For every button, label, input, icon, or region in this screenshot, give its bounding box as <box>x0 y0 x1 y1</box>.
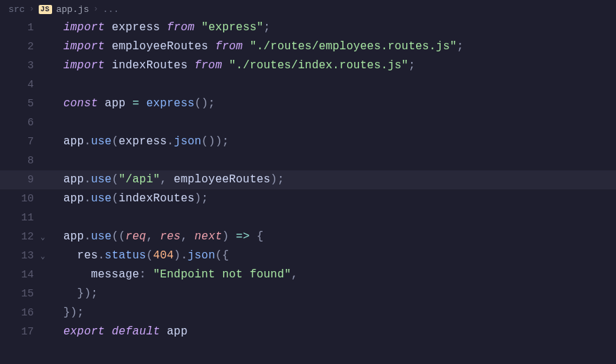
code-line-current: 9 app.use("/api", employeeRoutes); <box>0 170 616 189</box>
js-file-icon: JS <box>39 5 52 14</box>
chevron-right-icon: › <box>93 4 98 14</box>
code-line: 15 }); <box>0 284 616 303</box>
line-number: 17 <box>0 322 44 341</box>
line-number: 5 <box>0 94 44 113</box>
code-editor[interactable]: 1 import express from "express"; 2 impor… <box>0 18 616 341</box>
line-number: 8 <box>0 151 44 170</box>
code-line: 6 <box>0 113 616 132</box>
code-line: 8 <box>0 151 616 170</box>
code-line: 7 app.use(express.json()); <box>0 132 616 151</box>
breadcrumb: src › JS app.js › ... <box>0 0 616 18</box>
line-number: 9 <box>0 170 44 189</box>
code-line: 12⌄ app.use((req, res, next) => { <box>0 227 616 246</box>
fold-icon[interactable]: ⌄ <box>40 227 45 246</box>
code-line: 14 message: "Endpoint not found", <box>0 265 616 284</box>
line-number: 1 <box>0 18 44 37</box>
code-line: 1 import express from "express"; <box>0 18 616 37</box>
line-number: 7 <box>0 132 44 151</box>
code-line: 13⌄ res.status(404).json({ <box>0 246 616 265</box>
code-line: 10 app.use(indexRoutes); <box>0 189 616 208</box>
fold-icon[interactable]: ⌄ <box>40 246 45 265</box>
code-line: 2 import employeeRoutes from "./routes/e… <box>0 37 616 56</box>
line-number: 12⌄ <box>0 227 44 246</box>
breadcrumb-file[interactable]: app.js <box>56 4 89 15</box>
code-line: 3 import indexRoutes from "./routes/inde… <box>0 56 616 75</box>
breadcrumb-more[interactable]: ... <box>103 4 119 15</box>
line-number: 15 <box>0 284 44 303</box>
line-number: 13⌄ <box>0 246 44 265</box>
code-line: 17 export default app <box>0 322 616 341</box>
line-number: 16 <box>0 303 44 322</box>
line-number: 11 <box>0 208 44 227</box>
breadcrumb-folder[interactable]: src <box>8 4 25 15</box>
code-line: 16 }); <box>0 303 616 322</box>
code-line: 11 <box>0 208 616 227</box>
code-line: 5 const app = express(); <box>0 94 616 113</box>
line-number: 10 <box>0 189 44 208</box>
line-number: 2 <box>0 37 44 56</box>
code-line: 4 <box>0 75 616 94</box>
chevron-right-icon: › <box>29 4 34 14</box>
line-number: 3 <box>0 56 44 75</box>
line-number: 4 <box>0 75 44 94</box>
line-number: 6 <box>0 113 44 132</box>
line-number: 14 <box>0 265 44 284</box>
